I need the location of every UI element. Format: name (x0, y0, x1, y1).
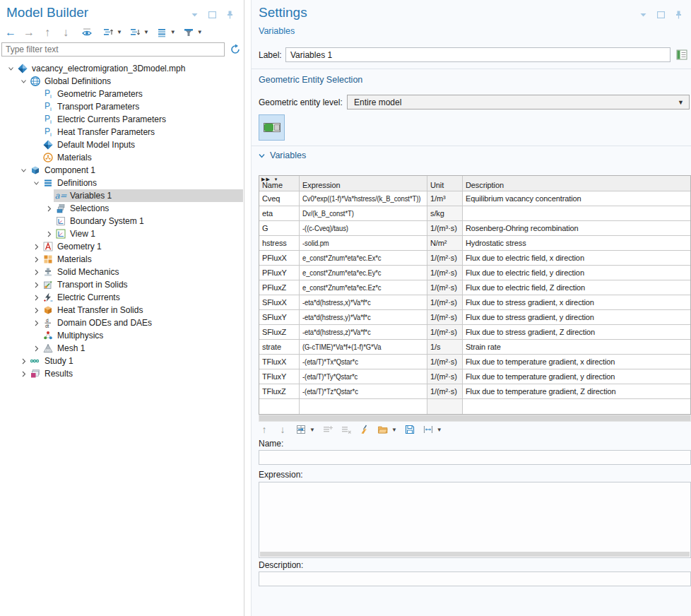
tree-item-default-model-inputs[interactable]: Default Model Inputs (0, 138, 243, 151)
table-row[interactable]: PFluxZe_const*Znum*eta*ec.Ez*c1/(m²·s)Fl… (259, 280, 690, 295)
collapsed-chevron-icon[interactable] (31, 320, 41, 326)
tree-item-transport-in-solids[interactable]: Transport in Solids (0, 278, 243, 291)
tree-item-results[interactable]: Results (0, 367, 243, 380)
column-control-icons[interactable]: ▶▶ ▾ (261, 177, 278, 182)
toolbar-button-collapse-all[interactable]: ▼ (129, 25, 149, 40)
pin-icon[interactable] (224, 9, 235, 20)
geometric-entity-level-select[interactable]: Entire model ▼ (347, 95, 690, 109)
active-toggle-button[interactable] (259, 114, 285, 141)
collapsed-chevron-icon[interactable] (31, 295, 41, 301)
table-row[interactable]: SFluxY-eta*d(hstress,y)*Va*f*c1/(m²·s)Fl… (259, 310, 690, 325)
toolbar-button-expand-all[interactable]: ▼ (102, 25, 122, 40)
table-toolbar-save-disk[interactable] (404, 422, 415, 437)
tree-item-heat-transfer-in-solids[interactable]: Heat Transfer in Solids (0, 304, 243, 316)
dropdown-arrow-icon[interactable]: ▼ (197, 29, 203, 35)
tree-item-geometric-parameters[interactable]: PiGeometric Parameters (0, 88, 243, 100)
column-header-unit[interactable]: Unit (427, 176, 463, 191)
dropdown-arrow-icon[interactable]: ▼ (437, 427, 442, 433)
dropdown-arrow-icon[interactable]: ▼ (309, 427, 315, 433)
tree-item-mesh-1[interactable]: Mesh 1 (0, 342, 243, 355)
table-horizontal-scrollbar[interactable] (259, 415, 691, 422)
table-row[interactable]: hstress-solid.pmN/m²Hydrostatic stress (259, 236, 690, 251)
collapsed-chevron-icon[interactable] (18, 358, 28, 365)
table-row[interactable]: G-((c-Cveq)/taus)1/(m³·s)Rosenberg-Ohrin… (259, 221, 690, 236)
table-row[interactable]: TFluxY-(eta/T)*Ty*Qstar*c1/(m²·s)Flux du… (259, 369, 690, 384)
expression-textarea[interactable] (259, 482, 691, 558)
collapsed-chevron-icon[interactable] (31, 345, 41, 352)
tree-item-multiphysics[interactable]: Multiphysics (0, 329, 243, 342)
tree-item-materials[interactable]: Materials (0, 151, 243, 164)
table-row[interactable]: CveqCv0*exp((1-f)*Va*hstress/(k_B_const*… (259, 191, 690, 206)
dropdown-arrow-icon[interactable]: ▼ (170, 29, 176, 35)
table-row[interactable]: PFluxYe_const*Znum*eta*ec.Ey*c1/(m²·s)Fl… (259, 266, 690, 280)
tree-item-definitions[interactable]: Definitions (0, 177, 243, 189)
column-header-description[interactable]: Description (463, 176, 690, 191)
dropdown-arrow-icon[interactable]: ▼ (391, 427, 397, 433)
tree-item-global-definitions[interactable]: Global Definitions (0, 75, 243, 88)
tree-item-selections[interactable]: Selections (0, 202, 243, 215)
table-row[interactable]: TFluxX-(eta/T)*Tx*Qstar*c1/(m²·s)Flux du… (259, 355, 690, 369)
collapsed-chevron-icon[interactable] (18, 371, 28, 377)
expanded-chevron-icon[interactable] (31, 180, 41, 186)
table-row[interactable] (259, 399, 690, 414)
table-row[interactable]: SFluxX-eta*d(hstress,x)*Va*f*c1/(m²·s)Fl… (259, 295, 690, 310)
collapsed-chevron-icon[interactable] (31, 256, 41, 263)
dropdown-arrow-icon[interactable]: ▼ (117, 29, 122, 35)
tree-item-transport-parameters[interactable]: PiTransport Parameters (0, 100, 243, 113)
tree-item-heat-transfer-parameters[interactable]: PiHeat Transfer Parameters (0, 126, 243, 138)
column-header-name[interactable]: ▶▶ ▾Name (259, 176, 300, 191)
tree-item-view-1[interactable]: View 1 (0, 227, 243, 240)
table-row[interactable]: etaDv/(k_B_const*T)s/kg (259, 206, 690, 221)
expanded-chevron-icon[interactable] (18, 167, 28, 174)
expanded-chevron-icon[interactable] (6, 66, 16, 72)
pin-icon[interactable] (673, 9, 684, 20)
dropdown-arrow-icon[interactable] (637, 9, 649, 20)
dropdown-arrow-icon[interactable]: ▼ (143, 29, 149, 35)
table-toolbar-move-up-arrow[interactable]: ↑ (259, 422, 270, 437)
refresh-icon[interactable] (229, 43, 242, 56)
toolbar-button-show-eye[interactable] (81, 25, 93, 40)
filter-input[interactable] (1, 42, 225, 57)
collapsed-chevron-icon[interactable] (31, 307, 41, 314)
tree-item-geometry-1[interactable]: Geometry 1 (0, 240, 243, 253)
tree-item-materials[interactable]: Materials (0, 253, 243, 266)
collapsed-chevron-icon[interactable] (44, 231, 54, 237)
column-header-expression[interactable]: Expression (300, 176, 427, 191)
label-input[interactable] (285, 47, 671, 62)
tree-item-electric-currents[interactable]: Electric Currents (0, 291, 243, 304)
table-toolbar-clear-broom[interactable] (359, 422, 370, 437)
collapsed-chevron-icon[interactable] (44, 206, 54, 212)
table-row[interactable]: TFluxZ-(eta/T)*Tz*Qstar*c1/(m²·s)Flux du… (259, 384, 690, 399)
tree-item-study-1[interactable]: Study 1 (0, 355, 243, 367)
tree-item-boundary-system-1[interactable]: Boundary System 1 (0, 215, 243, 227)
name-input[interactable] (259, 450, 691, 465)
table-toolbar-load-folder[interactable]: ▼ (377, 422, 397, 437)
tree-item-component-1[interactable]: Component 1 (0, 164, 243, 177)
table-toolbar-add-row-disabled[interactable] (322, 422, 333, 437)
description-input[interactable] (259, 571, 691, 586)
tree-item-electric-currents-parameters[interactable]: PiElectric Currents Parameters (0, 113, 243, 126)
section-collapse-icon[interactable] (259, 153, 265, 159)
table-row[interactable]: PFluxXe_const*Znum*eta*ec.Ex*c1/(m²·s)Fl… (259, 251, 690, 266)
toolbar-button-move-up-arrow[interactable]: ↑ (42, 25, 53, 40)
tree-item-variables-1[interactable]: a=Variables 1 (0, 189, 243, 202)
expanded-chevron-icon[interactable] (18, 78, 28, 85)
float-window-icon[interactable] (655, 9, 666, 20)
table-toolbar-column-width[interactable]: ▼ (423, 422, 442, 437)
table-toolbar-move-down-arrow[interactable]: ↓ (277, 422, 288, 437)
tree-item-vacancy-electromigration-3dmodel-mph[interactable]: vacancy_electromigration_3Dmodel.mph (0, 62, 243, 75)
table-row[interactable]: SFluxZ-eta*d(hstress,z)*Va*f*c1/(m²·s)Fl… (259, 325, 690, 340)
dropdown-arrow-icon[interactable] (189, 9, 200, 20)
toolbar-button-filter-funnel[interactable]: ▼ (183, 25, 203, 40)
toolbar-button-move-down-arrow[interactable]: ↓ (60, 25, 71, 40)
collapsed-chevron-icon[interactable] (31, 269, 41, 276)
collapsed-chevron-icon[interactable] (31, 244, 41, 250)
tree-item-solid-mechanics[interactable]: Solid Mechanics (0, 266, 243, 278)
table-toolbar-insert-table[interactable]: ▼ (295, 422, 315, 437)
float-window-icon[interactable] (206, 9, 218, 20)
tree-item-domain-odes-and-daes[interactable]: ddtDomain ODEs and DAEs (0, 316, 243, 329)
table-row[interactable]: strate(G-cTIME)*Va*f+(1-f)*G*Va1/sStrain… (259, 340, 690, 355)
toolbar-button-back-arrow[interactable]: ← (5, 25, 16, 40)
toolbar-button-forward-arrow[interactable]: → (23, 25, 35, 40)
collapsed-chevron-icon[interactable] (31, 282, 41, 288)
